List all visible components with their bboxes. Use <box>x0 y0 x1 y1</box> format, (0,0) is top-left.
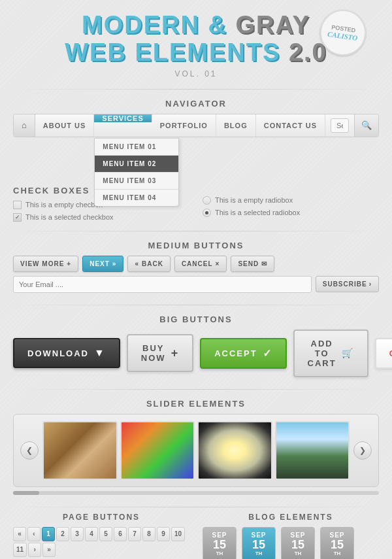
radio-item-1: This is a empty radiobox <box>203 196 379 205</box>
badge-suffix-3: TH <box>295 551 302 556</box>
page-num-11[interactable]: 11 <box>13 543 27 557</box>
cancel-x-icon: × <box>216 260 220 267</box>
nav-item-portfolio[interactable]: PORTFOLIO <box>152 114 216 137</box>
slider-images <box>42 421 350 480</box>
checkbox-empty[interactable] <box>13 201 22 209</box>
page-num-8[interactable]: 8 <box>142 527 155 541</box>
title-web: WEB ELEMENTS <box>65 39 280 66</box>
back-button[interactable]: « BACK <box>127 256 170 272</box>
blog-date-4[interactable]: SEP 15 TH <box>320 527 354 559</box>
dropdown-item-1[interactable]: MENU ITEM 01 <box>95 139 178 156</box>
close-label: CLOSE <box>389 348 392 358</box>
next-arrow-icon: ❯ <box>359 446 366 455</box>
nav-home-button[interactable]: ⌂ <box>14 114 35 137</box>
medium-btn-row: VIEW MORE + NEXT » « BACK CANCEL × SEND … <box>13 256 379 293</box>
slider-thumb-2[interactable] <box>120 421 195 480</box>
badge-day-4: 15 <box>331 539 344 551</box>
subscribe-label: SUBSCRIBE <box>323 280 367 288</box>
close-button[interactable]: CLOSE ✕ <box>375 338 392 369</box>
page-num-4[interactable]: 4 <box>85 527 98 541</box>
badge-suffix-4: TH <box>334 551 341 556</box>
badge-suffix-1: TH <box>216 551 223 556</box>
blog-elements-title: BLOG ELEMENTS <box>203 513 379 522</box>
page-num-9[interactable]: 9 <box>157 527 170 541</box>
page-num-5[interactable]: 5 <box>99 527 112 541</box>
blog-date-3[interactable]: SEP 15 TH <box>281 527 315 559</box>
slider-prev-button[interactable]: ❮ <box>20 441 39 460</box>
page-num-10[interactable]: 10 <box>171 527 185 541</box>
badge-day-3: 15 <box>291 539 304 551</box>
radio-label-2: This is a selected radiobox <box>215 209 300 216</box>
page-num-2[interactable]: 2 <box>56 527 69 541</box>
email-input[interactable] <box>13 276 312 293</box>
page-prev-button[interactable]: ‹ <box>27 527 41 541</box>
checkbox-label-1: This is a empty checbox <box>25 201 103 209</box>
header: MODERN & GRAY WEB ELEMENTS 2.0 Posted CA… <box>0 0 392 84</box>
slider-progress-fill <box>13 491 39 495</box>
blog-date-1[interactable]: SEP 15 TH <box>203 527 237 559</box>
medium-buttons-section: MEDIUM BUTTONS VIEW MORE + NEXT » « BACK… <box>0 241 392 299</box>
badge-suffix-2: TH <box>255 551 263 556</box>
plus-big-icon: + <box>171 347 180 360</box>
search-button[interactable]: 🔍 <box>354 114 378 137</box>
nav-item-blog[interactable]: BLOG <box>216 114 256 137</box>
divider-4 <box>13 389 379 390</box>
buy-now-button[interactable]: BUY NOW + <box>127 334 193 372</box>
radio-selected[interactable] <box>203 209 211 217</box>
page-buttons-title: PAGE BUTTONS <box>13 513 189 522</box>
slider-container: ❮ ❯ <box>13 414 379 487</box>
back-arrows-icon: « <box>135 260 139 267</box>
dropdown-item-2[interactable]: MENU ITEM 02 <box>95 156 178 173</box>
nav-item-contact[interactable]: CONTACT US <box>256 114 325 137</box>
plus-icon: + <box>67 260 71 267</box>
vol-text: VOL. 01 <box>7 69 385 78</box>
page-first-button[interactable]: « <box>13 527 26 541</box>
badge-month-1: SEP <box>212 532 227 539</box>
page-num-3[interactable]: 3 <box>71 527 84 541</box>
page-last-button[interactable]: » <box>42 543 56 557</box>
checkbox-checked[interactable] <box>13 213 22 222</box>
buy-now-label: BUY NOW <box>141 343 166 363</box>
home-icon: ⌂ <box>22 120 27 130</box>
nav-dropdown: MENU ITEM 01 MENU ITEM 02 MENU ITEM 03 M… <box>94 138 179 207</box>
radio-empty[interactable] <box>203 196 211 205</box>
next-button[interactable]: NEXT » <box>82 256 123 272</box>
accept-button[interactable]: ACCEPT ✓ <box>200 338 286 369</box>
radio-label-1: This is a empty radiobox <box>215 196 293 204</box>
download-icon: ▼ <box>94 347 106 359</box>
download-button[interactable]: DOWNLOAD ▼ <box>13 338 120 368</box>
nav-item-services[interactable]: SERVICES <box>94 114 152 122</box>
navigator-section: NAVIGATOR ⌂ ABOUT US SERVICES MENU ITEM … <box>0 99 392 144</box>
slider-next-button[interactable]: ❯ <box>353 441 372 460</box>
slider-thumb-3[interactable] <box>197 421 272 480</box>
dropdown-item-3[interactable]: MENU ITEM 03 <box>95 173 178 190</box>
slider-thumb-4[interactable] <box>275 421 350 480</box>
page-num-1[interactable]: 1 <box>42 527 55 541</box>
next-arrows-icon: » <box>112 260 117 267</box>
send-button[interactable]: SEND ✉ <box>231 256 274 272</box>
page-num-7[interactable]: 7 <box>128 527 141 541</box>
divider-2 <box>13 231 379 231</box>
page-buttons-col: PAGE BUTTONS « ‹ 1 2 3 4 5 6 7 8 9 10 11… <box>13 513 189 559</box>
checkbox-item-2: This is a selected checkbox <box>13 213 189 222</box>
divider-5 <box>13 507 379 507</box>
prev-arrow-icon: ❮ <box>26 446 33 455</box>
nav-item-about[interactable]: ABOUT US <box>35 114 94 137</box>
add-to-cart-button[interactable]: ADD TO CART 🛒 <box>293 330 368 377</box>
badge-month-4: SEP <box>329 532 344 539</box>
nav-bar: ⌂ ABOUT US SERVICES MENU ITEM 01 MENU IT… <box>13 114 379 137</box>
subscribe-button[interactable]: SUBSCRIBE › <box>316 276 379 292</box>
slider-thumb-1[interactable] <box>42 421 118 480</box>
radio-item-2: This is a selected radiobox <box>203 209 379 217</box>
dropdown-item-4[interactable]: MENU ITEM 04 <box>95 190 178 206</box>
blog-date-2[interactable]: SEP 15 TH <box>242 527 276 559</box>
badge-month-3: SEP <box>290 532 305 539</box>
blog-dates-row: SEP 15 TH SEP 15 TH SEP 15 TH SEP 15 TH <box>203 527 379 559</box>
page-num-6[interactable]: 6 <box>114 527 127 541</box>
view-more-button[interactable]: VIEW MORE + <box>13 256 78 272</box>
badge-day-2: 15 <box>252 539 265 551</box>
cancel-button[interactable]: CANCEL × <box>174 256 227 272</box>
search-input[interactable] <box>331 118 349 133</box>
page-next-button[interactable]: › <box>28 543 41 557</box>
badge-day-1: 15 <box>213 539 226 551</box>
